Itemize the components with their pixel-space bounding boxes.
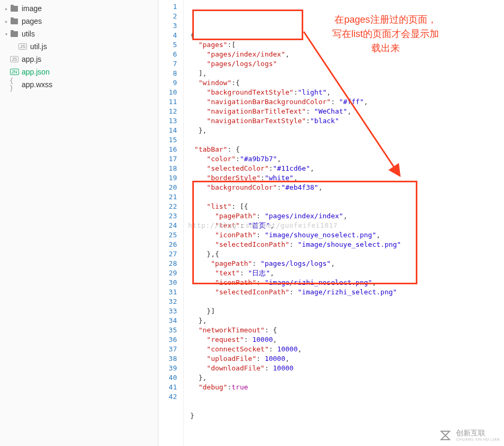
folder-icon: [10, 6, 19, 12]
line-number: 10: [158, 88, 177, 97]
line-number: 30: [158, 278, 177, 287]
line-number: 40: [158, 373, 177, 383]
code-line[interactable]: },{: [190, 249, 504, 259]
code-line[interactable]: "debug":true: [190, 383, 504, 392]
line-number: 2: [158, 12, 177, 21]
code-line[interactable]: "pages/logs/logs": [190, 59, 504, 69]
line-number: 6: [158, 50, 177, 59]
code-line[interactable]: "iconPath": "image/rizhi_noselect.png",: [190, 278, 504, 287]
code-line[interactable]: "selectedIconPath": "image/shouye_select…: [190, 240, 504, 249]
code-line[interactable]: [190, 192, 504, 202]
code-line[interactable]: "navigationBarTitleText": "WeChat",: [190, 107, 504, 116]
code-line[interactable]: "selectedIconPath": "image/rizhi_select.…: [190, 287, 504, 297]
code-line[interactable]: "navigationBarBackgroundColor": "#fff",: [190, 97, 504, 107]
tree-item-utils[interactable]: ▾utils: [0, 27, 158, 40]
code-line[interactable]: "pages/index/index",: [190, 50, 504, 59]
code-line[interactable]: "window":{: [190, 78, 504, 88]
folder-icon: [10, 31, 19, 37]
expand-arrow-icon[interactable]: ▸: [3, 6, 10, 12]
expand-arrow-icon[interactable]: ▸: [3, 18, 10, 24]
line-number: 9: [158, 78, 177, 88]
line-number: 24: [158, 221, 177, 230]
code-line[interactable]: [190, 402, 504, 411]
line-number: 35: [158, 326, 177, 335]
line-number: 33: [158, 306, 177, 316]
code-line[interactable]: "selectedColor":"#11cd6e",: [190, 164, 504, 173]
line-number: 4: [158, 31, 177, 40]
tree-item-label: app.js: [22, 55, 41, 63]
line-number: 5: [158, 40, 177, 50]
file-explorer[interactable]: ▸image▸pages▾utilsJSutil.jsJSapp.jsJNapp…: [0, 0, 158, 446]
line-number: 22: [158, 202, 177, 211]
file-badge-icon: JS: [18, 43, 27, 50]
code-line[interactable]: "pagePath": "pages/index/index",: [190, 211, 504, 221]
code-line[interactable]: },: [190, 373, 504, 383]
code-line[interactable]: ],: [190, 69, 504, 78]
line-number: 41: [158, 383, 177, 392]
code-line[interactable]: [190, 297, 504, 306]
line-number: 3: [158, 21, 177, 31]
code-line[interactable]: "downloadFile": 10000: [190, 364, 504, 373]
tree-item-pages[interactable]: ▸pages: [0, 15, 158, 27]
line-number: 38: [158, 354, 177, 364]
code-area[interactable]: http://blog.csdn.net/guofeifei1017 { "pa…: [184, 0, 504, 446]
code-line[interactable]: }: [190, 411, 504, 421]
tree-item-app-js[interactable]: JSapp.js: [0, 53, 158, 66]
line-number: 12: [158, 107, 177, 116]
code-line[interactable]: "tabBar": {: [190, 145, 504, 154]
line-number: 16: [158, 145, 177, 154]
line-number: 11: [158, 97, 177, 107]
line-number: 13: [158, 116, 177, 126]
code-line[interactable]: "navigationBarTextStyle":"black": [190, 116, 504, 126]
code-editor[interactable]: 1234567891011121314151617181920212223242…: [158, 0, 504, 446]
code-line[interactable]: "color":"#a9b7b7",: [190, 154, 504, 164]
line-number: 21: [158, 192, 177, 202]
tree-item-label: util.js: [30, 42, 47, 51]
tree-item-label: utils: [22, 30, 35, 38]
tree-item-app-json[interactable]: JNapp.json: [0, 66, 158, 78]
code-line[interactable]: }]: [190, 306, 504, 316]
line-number: 39: [158, 364, 177, 373]
code-line[interactable]: "borderStyle":"white",: [190, 173, 504, 183]
line-number: 42: [158, 392, 177, 402]
tree-item-label: image: [22, 4, 42, 13]
code-line[interactable]: {: [190, 31, 504, 40]
code-line[interactable]: [190, 135, 504, 145]
code-line[interactable]: "list": [{: [190, 202, 504, 211]
line-number: 28: [158, 259, 177, 268]
tree-item-app-wxss[interactable]: { }app.wxss: [0, 78, 158, 91]
tree-item-image[interactable]: ▸image: [0, 2, 158, 15]
code-line[interactable]: },: [190, 316, 504, 326]
line-number: 25: [158, 230, 177, 240]
line-number: 1: [158, 2, 177, 12]
code-line[interactable]: "pages":[: [190, 40, 504, 50]
file-badge-icon: JS: [10, 56, 19, 63]
line-number: 14: [158, 126, 177, 135]
line-number: 19: [158, 173, 177, 183]
braces-icon: { }: [10, 77, 19, 92]
tree-item-util-js[interactable]: JSutil.js: [0, 40, 158, 53]
code-line[interactable]: "uploadFile": 10000,: [190, 354, 504, 364]
code-line[interactable]: },: [190, 126, 504, 135]
brand-watermark: 创新互联 CHUANG XIN HU LIAN: [438, 428, 500, 443]
code-line[interactable]: "backgroundColor":"#eb4f38",: [190, 183, 504, 192]
file-badge-icon: JN: [10, 69, 19, 76]
folder-icon: [10, 18, 19, 24]
code-line[interactable]: "backgroundTextStyle":"light",: [190, 88, 504, 97]
code-line[interactable]: "text": "日志",: [190, 268, 504, 278]
brand-logo-icon: [438, 428, 453, 443]
line-number: 15: [158, 135, 177, 145]
code-line[interactable]: "pagePath": "pages/logs/logs",: [190, 259, 504, 268]
line-number: 26: [158, 240, 177, 249]
code-line[interactable]: "text": "首页",: [190, 221, 504, 230]
expand-arrow-icon[interactable]: ▾: [3, 31, 10, 37]
code-line[interactable]: [190, 392, 504, 402]
code-line[interactable]: "request": 10000,: [190, 335, 504, 345]
line-number: 34: [158, 316, 177, 326]
code-line[interactable]: "iconPath": "image/shouye_noselect.png",: [190, 230, 504, 240]
line-number: 31: [158, 287, 177, 297]
code-line[interactable]: "connectSocket": 10000,: [190, 345, 504, 354]
line-number: 7: [158, 59, 177, 69]
code-line[interactable]: "networkTimeout": {: [190, 326, 504, 335]
line-number: 18: [158, 164, 177, 173]
